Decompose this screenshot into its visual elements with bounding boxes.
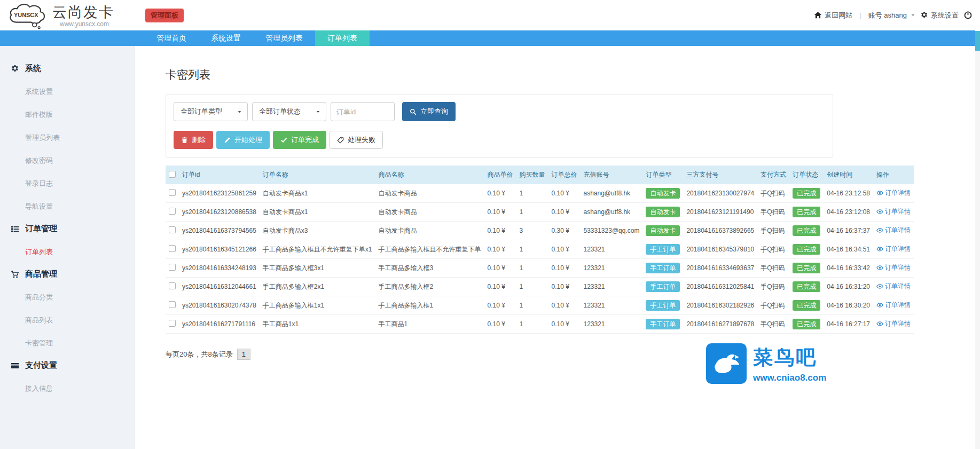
sidebar-item[interactable]: 导航设置: [0, 202, 135, 211]
order-detail-link[interactable]: 订单详情: [876, 263, 911, 272]
main-nav: 管理首页系统设置管理员列表订单列表: [0, 30, 980, 46]
cell-total: 0.10 ¥: [548, 240, 581, 259]
cell-pay_method: 手Q扫码: [757, 203, 789, 222]
sidebar-item[interactable]: 订单列表: [0, 247, 135, 257]
order-detail-link[interactable]: 订单详情: [876, 245, 911, 254]
cell-name: 手工商品多输入框3x1: [260, 259, 375, 278]
sidebar-section-title: 订单管理: [0, 224, 135, 234]
cell-name: 自动发卡商品x1: [260, 184, 375, 203]
order-id-input[interactable]: [331, 102, 395, 121]
row-checkbox[interactable]: [169, 189, 176, 196]
sidebar-item[interactable]: 系统设置: [0, 87, 135, 97]
sidebar-item[interactable]: 商品分类: [0, 293, 135, 302]
status-badge: 已完成: [793, 225, 820, 236]
cell-price: 0.10 ¥: [484, 240, 516, 259]
cell-total: 0.10 ¥: [548, 184, 581, 203]
nav-tab[interactable]: 管理员列表: [253, 30, 315, 46]
eye-icon: [876, 302, 883, 309]
scrollbar-track[interactable]: [975, 30, 980, 449]
cell-total: 0.10 ¥: [548, 278, 581, 296]
row-checkbox[interactable]: [169, 226, 176, 233]
select-all-checkbox[interactable]: [169, 171, 176, 178]
table-row: ys2018041623125861259自动发卡商品x1自动发卡商品0.10 …: [166, 184, 914, 203]
cell-product: 手工商品多输入框3: [375, 259, 484, 278]
cell-account: 123321: [581, 259, 643, 278]
search-button[interactable]: 立即查询: [402, 102, 456, 121]
cell-id: ys2018041616271791116: [179, 315, 260, 334]
order-type-badge: 手工订单: [646, 244, 680, 255]
power-icon[interactable]: [963, 11, 973, 20]
order-detail-link[interactable]: 订单详情: [876, 301, 911, 310]
watermark-name: 菜鸟吧: [753, 344, 826, 371]
brand-text: 云尚发卡 www.yunscx.com: [52, 3, 114, 28]
row-checkbox[interactable]: [169, 245, 176, 252]
search-icon: [410, 108, 417, 115]
sidebar-item[interactable]: 管理员列表: [0, 133, 135, 143]
search-button-label: 立即查询: [420, 107, 448, 116]
delete-button[interactable]: 删除: [174, 131, 213, 149]
order-type-badge: 自动发卡: [646, 225, 680, 236]
column-header: 订单总价: [548, 166, 581, 184]
cell-product: 手工商品多输入框且不允许重复下单: [375, 240, 484, 259]
row-checkbox[interactable]: [169, 208, 176, 215]
nav-tab[interactable]: 系统设置: [199, 30, 253, 46]
cell-pay_no: 2018041616302182926: [683, 296, 757, 315]
eye-icon: [876, 227, 883, 234]
nav-tab[interactable]: 管理首页: [144, 30, 199, 46]
order-complete-button[interactable]: 订单完成: [273, 131, 326, 149]
sidebar-item[interactable]: 商品列表: [0, 316, 135, 325]
column-header: 创建时间: [824, 166, 873, 184]
cell-product: 自动发卡商品: [375, 203, 484, 222]
cell-price: 0.10 ¥: [484, 184, 516, 203]
cell-created: 04-16 16:37:37: [824, 222, 873, 240]
cell-account: 123321: [581, 315, 643, 334]
cell-qty: 1: [516, 296, 548, 315]
pagination: 每页20条，共8条记录 1: [166, 349, 980, 360]
row-checkbox[interactable]: [169, 301, 176, 308]
system-settings-link[interactable]: 系统设置: [920, 11, 959, 20]
row-checkbox[interactable]: [169, 320, 176, 327]
cell-total: 0.10 ¥: [548, 259, 581, 278]
nav-tab[interactable]: 订单列表: [315, 30, 370, 46]
page: YUNSCX 云尚发卡 www.yunscx.com 管理面板 返回网站 | 账…: [0, 0, 980, 449]
sidebar-item[interactable]: 卡密管理: [0, 338, 135, 348]
brand-site-url: www.yunscx.com: [60, 20, 114, 28]
row-checkbox[interactable]: [169, 264, 176, 271]
cell-pay_method: 手Q扫码: [757, 296, 789, 315]
scrollbar-thumb[interactable]: [975, 31, 980, 51]
cell-created: 04-16 16:30:20: [824, 296, 873, 315]
status-badge: 已完成: [793, 188, 820, 199]
order-status-select[interactable]: 全部订单状态: [252, 102, 326, 121]
order-detail-link[interactable]: 订单详情: [876, 319, 911, 328]
svg-text:YUNSCX: YUNSCX: [14, 11, 38, 18]
account-dropdown[interactable]: 账号 ashang: [868, 11, 915, 20]
row-checkbox[interactable]: [169, 282, 176, 289]
sidebar-section-title: 系统: [0, 64, 135, 74]
sidebar-item[interactable]: 接入信息: [0, 384, 135, 393]
start-processing-button[interactable]: 开始处理: [216, 131, 270, 149]
order-detail-link[interactable]: 订单详情: [876, 188, 911, 198]
order-detail-link[interactable]: 订单详情: [876, 226, 911, 235]
cell-account: 123321: [581, 240, 643, 259]
process-failed-button[interactable]: 处理失败: [330, 131, 383, 149]
back-to-site-link[interactable]: 返回网站: [814, 11, 852, 20]
card-icon: [11, 361, 19, 370]
sidebar-item[interactable]: 邮件模版: [0, 110, 135, 120]
order-detail-link[interactable]: 订单详情: [876, 207, 911, 216]
order-detail-link[interactable]: 订单详情: [876, 282, 911, 291]
sidebar-item[interactable]: 登录日志: [0, 179, 135, 188]
page-number-button[interactable]: 1: [237, 349, 250, 360]
table-row: ys2018041616334248193手工商品多输入框3x1手工商品多输入框…: [166, 259, 914, 278]
home-icon: [814, 11, 822, 19]
status-badge: 已完成: [793, 319, 820, 329]
cell-id: ys2018041616334248193: [179, 259, 260, 278]
eye-icon: [876, 208, 883, 215]
top-right-menu: 返回网站 | 账号 ashang 系统设置: [814, 11, 973, 20]
cell-pay_method: 手Q扫码: [757, 184, 789, 203]
column-header: 订单名称: [260, 166, 375, 184]
cell-name: 自动发卡商品x1: [260, 203, 375, 222]
back-to-site-label: 返回网站: [825, 11, 852, 20]
cell-price: 0.10 ¥: [484, 259, 516, 278]
order-type-select[interactable]: 全部订单类型: [174, 102, 248, 121]
sidebar-item[interactable]: 修改密码: [0, 156, 135, 166]
